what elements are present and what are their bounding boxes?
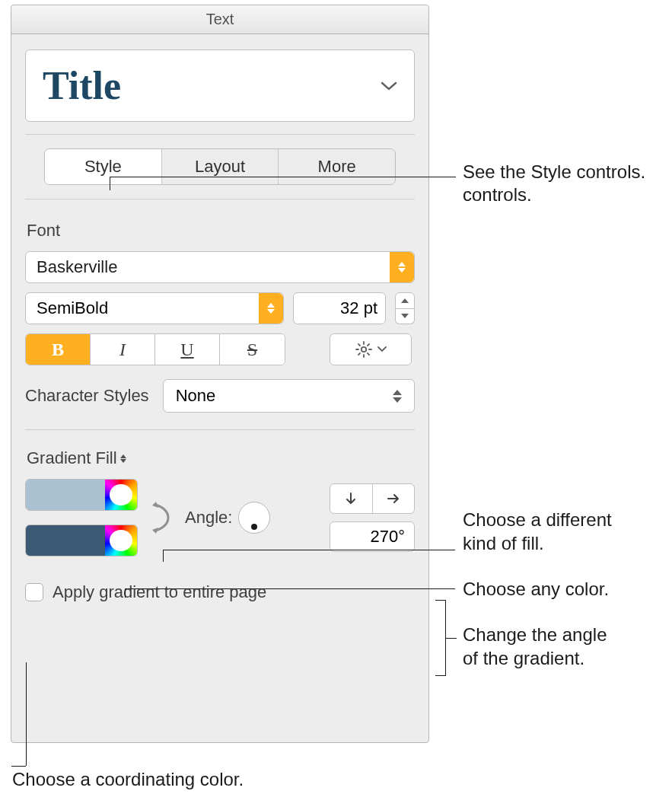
divider: [25, 429, 415, 430]
divider: [25, 199, 415, 199]
italic-button[interactable]: I: [91, 334, 155, 365]
chevron-updown-icon: [393, 390, 402, 403]
callout-line: [110, 177, 110, 190]
font-family-value: Baskerville: [37, 257, 117, 277]
angle-value-field[interactable]: 270°: [330, 521, 415, 552]
callout-coord-color: Choose a coordinating color.: [12, 767, 244, 791]
bold-button[interactable]: B: [26, 334, 91, 365]
arrow-down-icon: [344, 492, 358, 505]
callout-any-color: Choose any color.: [463, 577, 609, 601]
font-size-field[interactable]: 32 pt: [293, 292, 386, 324]
callout-text: kind of fill.: [463, 531, 544, 555]
font-weight-select[interactable]: SemiBold: [25, 292, 284, 324]
direction-down-button[interactable]: [330, 484, 373, 513]
character-styles-value: None: [176, 386, 216, 406]
dropdown-handle-icon: [390, 252, 414, 282]
callout-line: [11, 766, 26, 767]
arrow-right-icon: [387, 492, 400, 505]
gear-icon: [355, 340, 373, 359]
color-picker-2[interactable]: [105, 525, 137, 556]
apply-gradient-checkbox-row: Apply gradient to entire page: [25, 582, 415, 602]
size-step-down[interactable]: [395, 309, 415, 325]
divider: [25, 134, 415, 135]
dropdown-handle-icon: [259, 293, 283, 324]
underline-button[interactable]: U: [155, 334, 220, 365]
font-family-select[interactable]: Baskerville: [25, 251, 415, 283]
callout-change-angle: Change the angle: [463, 623, 607, 646]
font-label: Font: [27, 221, 415, 241]
character-styles-label: Character Styles: [25, 386, 149, 406]
color-well-2[interactable]: [26, 525, 105, 556]
callout-line: [163, 550, 455, 550]
fill-type-value: Gradient Fill: [27, 448, 117, 468]
gradient-controls: Angle: 270°: [25, 479, 415, 556]
advanced-options-button[interactable]: [330, 333, 412, 365]
callout-text: of the gradient.: [463, 646, 584, 670]
callout-text: controls.: [463, 183, 532, 206]
gradient-color-1: [25, 479, 138, 511]
tabs-group: Style Layout More: [44, 148, 396, 185]
tab-layout[interactable]: Layout: [162, 149, 279, 184]
chevron-down-icon: [381, 81, 397, 91]
paragraph-style-name: Title: [43, 63, 121, 108]
fill-type-select[interactable]: Gradient Fill: [27, 448, 126, 468]
callout-line: [163, 550, 164, 562]
text-format-group: B I U S: [25, 333, 285, 365]
size-step-up[interactable]: [395, 292, 415, 309]
text-inspector-panel: Text Title Style Layout More Font Basker…: [11, 5, 429, 743]
font-size-value: 32 pt: [340, 298, 377, 318]
svg-point-0: [361, 347, 366, 352]
font-size-stepper: [395, 292, 415, 324]
tab-style[interactable]: Style: [45, 149, 162, 184]
angle-label: Angle:: [185, 508, 232, 528]
color-picker-1[interactable]: [105, 480, 137, 510]
swap-colors-button[interactable]: [151, 499, 171, 537]
callout-line: [446, 638, 457, 639]
gradient-color-2: [25, 525, 138, 556]
angle-value: 270°: [370, 527, 405, 547]
character-styles-select[interactable]: None: [163, 379, 415, 413]
callout-line: [125, 588, 126, 598]
callout-line: [125, 588, 455, 589]
callout-line: [110, 177, 456, 177]
chevron-updown-icon: [120, 454, 126, 463]
apply-gradient-label: Apply gradient to entire page: [53, 582, 266, 602]
angle-dial[interactable]: [238, 502, 270, 534]
paragraph-style-dropdown[interactable]: Title: [25, 49, 415, 122]
apply-gradient-checkbox[interactable]: [25, 583, 43, 601]
direction-right-button[interactable]: [373, 484, 415, 513]
chevron-down-icon: [377, 346, 387, 352]
callout-fill-kind: Choose a different: [463, 508, 612, 531]
tab-more[interactable]: More: [279, 149, 395, 184]
panel-title: Text: [11, 5, 428, 34]
callout-style-controls: See the Style controls.: [463, 160, 645, 183]
callout-bracket: [435, 600, 446, 676]
color-well-1[interactable]: [26, 480, 105, 510]
callout-line: [26, 662, 27, 766]
gradient-direction-group: [330, 483, 415, 514]
font-weight-value: SemiBold: [37, 298, 108, 318]
strikethrough-button[interactable]: S: [220, 334, 285, 365]
